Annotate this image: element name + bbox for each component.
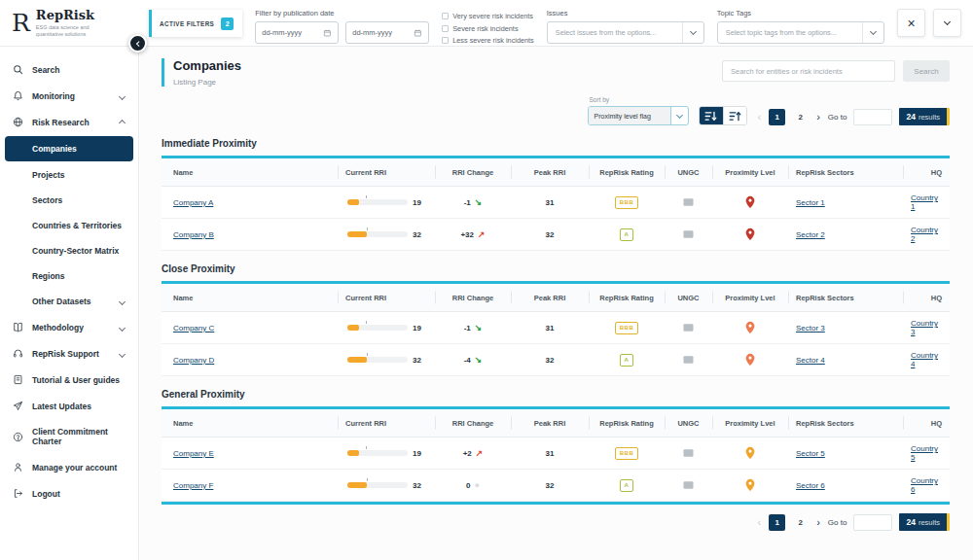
- peak-marker: [366, 195, 367, 198]
- sidebar-item-logout[interactable]: Logout: [0, 480, 138, 507]
- next-page-button[interactable]: ›: [815, 517, 821, 528]
- issues-label: Issues: [547, 9, 704, 18]
- page-1-button[interactable]: 1: [769, 109, 785, 125]
- checkbox-severe[interactable]: Severe risk incidents: [442, 24, 534, 33]
- topic-tags-placeholder: Select topic tags from the options...: [718, 28, 862, 37]
- sidebar-item-reprisk-support[interactable]: RepRisk Support: [0, 340, 138, 367]
- checkbox-icon[interactable]: [442, 37, 449, 44]
- book-icon: [12, 322, 24, 332]
- date-from-field[interactable]: [255, 21, 339, 44]
- current-rri-value: 19: [413, 198, 421, 207]
- sidebar-item-search[interactable]: Search: [0, 56, 138, 83]
- section-title: Immediate Proximity: [162, 138, 950, 149]
- sidebar-item-manage-account[interactable]: Manage your account: [0, 454, 138, 480]
- sector-link[interactable]: Sector 5: [796, 449, 825, 458]
- sector-link[interactable]: Sector 6: [796, 481, 825, 490]
- sort-ascending-button[interactable]: [723, 107, 746, 124]
- previous-page-button[interactable]: ‹: [757, 517, 763, 528]
- next-page-button[interactable]: ›: [815, 112, 821, 122]
- hq-country-link[interactable]: Country 3: [911, 319, 942, 336]
- page-1-button[interactable]: 1: [769, 514, 785, 531]
- go-to-page-input[interactable]: [853, 109, 892, 125]
- checkbox-label: Less severe risk incidents: [452, 36, 534, 45]
- previous-page-button[interactable]: ‹: [757, 112, 763, 122]
- filter-bar: ACTIVE FILTERS 2 Filter by publication d…: [139, 0, 973, 46]
- change-arrow-icon: ↗: [476, 449, 484, 458]
- sidebar-item-countries-territories[interactable]: Countries & Territories: [0, 213, 138, 238]
- sort-descending-button[interactable]: [700, 107, 723, 124]
- search-button[interactable]: Search: [903, 60, 950, 82]
- chevron-down-icon: [670, 107, 688, 124]
- checkbox-icon[interactable]: [442, 25, 449, 32]
- column-header-reprisk-sectors: RepRisk Sectors: [788, 284, 903, 311]
- column-header-rri-change: RRI Change: [435, 409, 511, 437]
- rating-badge: BBB: [615, 447, 639, 460]
- company-link[interactable]: Company D: [173, 356, 214, 365]
- sidebar-item-sectors[interactable]: Sectors: [0, 188, 138, 213]
- brand-name: RepRisk: [36, 8, 98, 22]
- send-icon: [12, 401, 24, 411]
- checkbox-very-severe[interactable]: Very severe risk incidents: [442, 12, 534, 20]
- chevron-down-icon: [120, 91, 125, 101]
- rri-change-value: -1: [464, 324, 471, 332]
- page-2-button[interactable]: 2: [792, 514, 809, 531]
- issues-select[interactable]: Select issues from the options...: [547, 21, 704, 44]
- rri-change-value: -1: [464, 198, 471, 207]
- sidebar-item-client-commitment-charter[interactable]: Client Commitment Charter: [0, 419, 138, 454]
- sidebar-item-risk-research[interactable]: Risk Research: [0, 109, 138, 135]
- date-from-input[interactable]: [262, 28, 323, 37]
- sector-link[interactable]: Sector 4: [796, 356, 825, 365]
- hq-country-link[interactable]: Country 6: [911, 476, 942, 494]
- sidebar-item-projects[interactable]: Projects: [0, 162, 138, 188]
- company-link[interactable]: Company C: [173, 324, 214, 332]
- sidebar-collapse-toggle[interactable]: [128, 34, 147, 52]
- go-to-label: Go to: [828, 113, 847, 122]
- rri-bar: [347, 357, 408, 363]
- sidebar-item-monitoring[interactable]: Monitoring: [0, 83, 138, 109]
- peak-marker: [366, 446, 367, 449]
- date-to-field[interactable]: [345, 21, 429, 44]
- section-immediate-proximity: Immediate Proximity Name Current RRI RRI…: [162, 138, 950, 251]
- hq-country-link[interactable]: Country 2: [911, 226, 942, 243]
- sidebar-item-tutorial-user-guides[interactable]: Tutorial & User guides: [0, 367, 138, 393]
- company-link[interactable]: Company F: [173, 481, 213, 490]
- sort-by-select[interactable]: Proximity level flag: [588, 106, 689, 125]
- hq-country-link[interactable]: Country 4: [911, 351, 942, 368]
- hq-country-link[interactable]: Country 5: [911, 444, 942, 462]
- checkbox-less-severe[interactable]: Less severe risk incidents: [442, 36, 534, 45]
- sidebar-item-latest-updates[interactable]: Latest Updates: [0, 393, 138, 419]
- company-link[interactable]: Company B: [173, 230, 214, 239]
- company-link[interactable]: Company A: [173, 198, 213, 207]
- page-2-button[interactable]: 2: [792, 109, 809, 125]
- sidebar-item-other-datasets[interactable]: Other Datasets: [0, 289, 138, 314]
- sidebar-item-country-sector-matrix[interactable]: Country-Sector Matrix: [0, 238, 138, 263]
- column-header-reprisk-sectors: RepRisk Sectors: [788, 158, 903, 186]
- column-header-name: Name: [162, 409, 338, 437]
- results-label: results: [919, 113, 940, 122]
- clear-filters-button[interactable]: ×: [897, 9, 925, 37]
- sidebar-item-regions[interactable]: Regions: [0, 263, 138, 289]
- sector-link[interactable]: Sector 3: [796, 324, 825, 332]
- rri-change-value: 0: [466, 481, 470, 490]
- peak-rri-value: 32: [546, 230, 555, 239]
- go-to-page-input[interactable]: [853, 514, 892, 531]
- active-filters-card[interactable]: ACTIVE FILTERS 2: [149, 10, 242, 37]
- checkbox-label: Very severe risk incidents: [452, 12, 533, 20]
- sidebar-item-methodology[interactable]: Methodology: [0, 314, 138, 340]
- column-header-name: Name: [162, 284, 338, 311]
- sector-link[interactable]: Sector 2: [796, 230, 825, 239]
- sidebar-item-label: RepRisk Support: [32, 349, 99, 359]
- topic-tags-select[interactable]: Select topic tags from the options...: [717, 21, 884, 44]
- entity-search-input[interactable]: [722, 60, 895, 82]
- sidebar-item-companies[interactable]: Companies: [5, 136, 133, 161]
- table-row: Company E 19 +2↗ 31 BBB Sector 5 Country…: [162, 438, 950, 470]
- sidebar-item-label: Risk Research: [32, 118, 90, 127]
- collapse-filter-bar-button[interactable]: [933, 9, 961, 37]
- checkbox-icon[interactable]: [442, 13, 449, 19]
- sort-descending-icon: [704, 111, 717, 122]
- company-link[interactable]: Company E: [173, 449, 214, 458]
- sector-link[interactable]: Sector 1: [796, 198, 825, 207]
- date-to-input[interactable]: [352, 28, 414, 37]
- hq-country-link[interactable]: Country 1: [911, 193, 942, 211]
- brand-logo[interactable]: R RepRisk ESG data science and quantitat…: [0, 0, 139, 46]
